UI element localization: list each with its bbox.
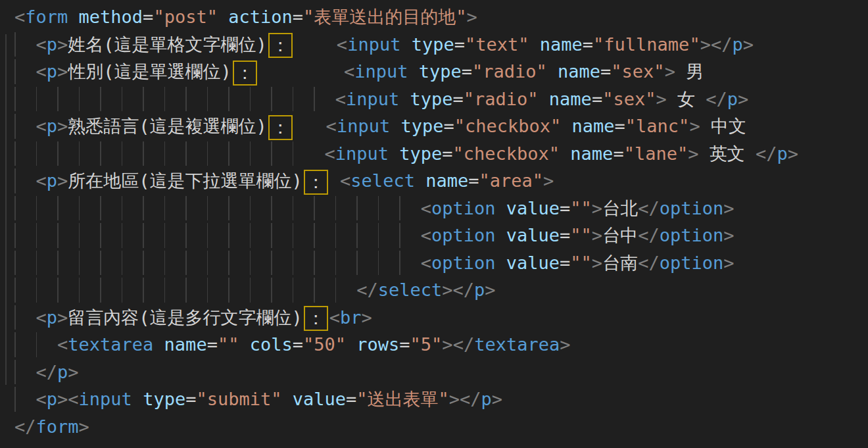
syntax-text	[496, 225, 506, 245]
syntax-string: ""	[570, 225, 592, 245]
indent-guide	[207, 251, 208, 276]
syntax-tag: textarea	[474, 334, 560, 355]
code-line[interactable]: <form method="post" action="表單送出的目的地">	[0, 3, 868, 31]
code-line[interactable]: <p>姓名(這是單格文字欄位)： <input type="text" name…	[0, 31, 868, 59]
indent-guide	[185, 278, 187, 303]
indent-guide	[14, 32, 16, 57]
syntax-attribute: rows	[356, 334, 399, 355]
code-line[interactable]: <option value="">台北</option>	[0, 195, 868, 222]
syntax-attribute: value	[506, 225, 560, 245]
indent-guide	[356, 196, 358, 221]
code-line[interactable]: <p>留言內容(這是多行文字欄位)：<br>	[0, 304, 868, 332]
code-line[interactable]: </p>	[0, 359, 868, 386]
syntax-text: 性別(這是單選欄位)	[68, 61, 231, 82]
indent-guide	[293, 223, 294, 248]
code-line[interactable]: <input type="checkbox" name="lane"> 英文 <…	[0, 140, 868, 168]
syntax-text	[496, 198, 506, 218]
syntax-attribute: name	[570, 143, 613, 164]
code-line[interactable]: <option value="">台南</option>	[0, 249, 868, 277]
indent-guide	[14, 278, 16, 303]
syntax-text	[132, 389, 143, 409]
syntax-text	[400, 34, 411, 55]
indent-guide	[79, 278, 80, 303]
syntax-punctuation: <	[68, 389, 78, 409]
syntax-punctuation: </	[36, 362, 58, 382]
syntax-punctuation: <	[57, 334, 68, 355]
indent-guide	[185, 251, 187, 276]
syntax-text	[14, 89, 335, 109]
syntax-tag: p	[57, 362, 68, 382]
indent-guide	[250, 251, 251, 276]
indent-guide	[79, 87, 80, 112]
syntax-punctuation: >	[79, 416, 89, 437]
indent-guide	[164, 251, 166, 276]
indent-guide	[79, 223, 80, 248]
indent-guide	[14, 87, 16, 112]
syntax-punctuation: <	[14, 7, 25, 27]
indent-guide	[228, 141, 229, 166]
indent-guide	[36, 251, 37, 276]
syntax-punctuation: <	[36, 307, 47, 328]
code-line[interactable]: <p><input type="submit" value="送出表單"></p…	[0, 386, 868, 413]
code-line[interactable]: <p>性別(這是單選欄位)： <input type="radio" name=…	[0, 58, 868, 86]
indent-guide	[335, 196, 337, 221]
syntax-tag: textarea	[68, 334, 153, 355]
code-line[interactable]: </select></p>	[0, 276, 868, 304]
syntax-attribute: value	[293, 389, 346, 409]
indent-guide	[164, 87, 166, 112]
syntax-punctuation: >	[723, 198, 734, 218]
code-editor[interactable]: <form method="post" action="表單送出的目的地"> <…	[0, 0, 868, 448]
syntax-text: =	[454, 34, 465, 55]
syntax-tag: p	[47, 34, 57, 55]
syntax-text	[294, 34, 337, 55]
code-line[interactable]: <p>所在地區(這是下拉選單欄位)： <select name="area">	[0, 167, 868, 195]
syntax-text	[14, 389, 36, 409]
syntax-text: 英文	[698, 143, 756, 164]
indent-guide	[36, 196, 37, 221]
indent-guide	[122, 87, 123, 112]
code-line[interactable]: <p>熟悉語言(這是複選欄位)： <input type="checkbox" …	[0, 112, 868, 140]
syntax-attribute: type	[412, 34, 454, 55]
syntax-tag: p	[47, 389, 57, 409]
syntax-punctuation: >	[57, 116, 68, 136]
syntax-punctuation: >	[57, 307, 68, 328]
syntax-string: "text"	[465, 34, 529, 55]
syntax-tag: option	[431, 253, 496, 273]
unicode-highlight-box: ：	[268, 33, 293, 58]
indent-guide	[100, 141, 101, 166]
syntax-text: =	[442, 143, 452, 164]
indent-guide	[122, 141, 123, 166]
syntax-text: =	[468, 170, 479, 191]
syntax-text: =	[443, 116, 454, 136]
indent-guide	[164, 196, 166, 221]
indent-guide	[79, 251, 80, 276]
code-line[interactable]: <textarea name="" cols="50" rows="5"></t…	[0, 331, 868, 359]
indent-guide	[399, 223, 400, 248]
indent-guide	[122, 278, 123, 303]
syntax-text: =	[615, 116, 625, 136]
syntax-text	[281, 389, 292, 409]
syntax-string: "lane"	[624, 143, 688, 164]
syntax-tag: select	[378, 280, 443, 300]
indent-guide	[143, 141, 144, 166]
indent-guide	[164, 223, 166, 248]
indent-guide	[314, 87, 315, 112]
code-line[interactable]: </form>	[0, 413, 868, 441]
syntax-text	[415, 170, 425, 191]
syntax-punctuation: >	[723, 225, 734, 245]
syntax-text: =	[453, 89, 464, 109]
indent-guide	[100, 278, 101, 303]
code-line[interactable]: <option value="">台中</option>	[0, 222, 868, 249]
syntax-attribute: type	[143, 389, 185, 409]
syntax-text: 熟悉語言(這是複選欄位)	[68, 116, 267, 136]
indent-guide	[36, 87, 37, 112]
syntax-attribute: name	[572, 116, 615, 136]
syntax-punctuation: >	[57, 170, 68, 191]
code-line[interactable]: <input type="radio" name="sex"> 女 </p>	[0, 86, 868, 113]
syntax-text: 姓名(這是單格文字欄位)	[68, 34, 267, 55]
syntax-tag: input	[346, 89, 399, 109]
indent-guide	[36, 223, 37, 248]
syntax-punctuation: <	[344, 61, 354, 82]
syntax-text	[399, 89, 410, 109]
unicode-highlight-box: ：	[268, 115, 293, 140]
